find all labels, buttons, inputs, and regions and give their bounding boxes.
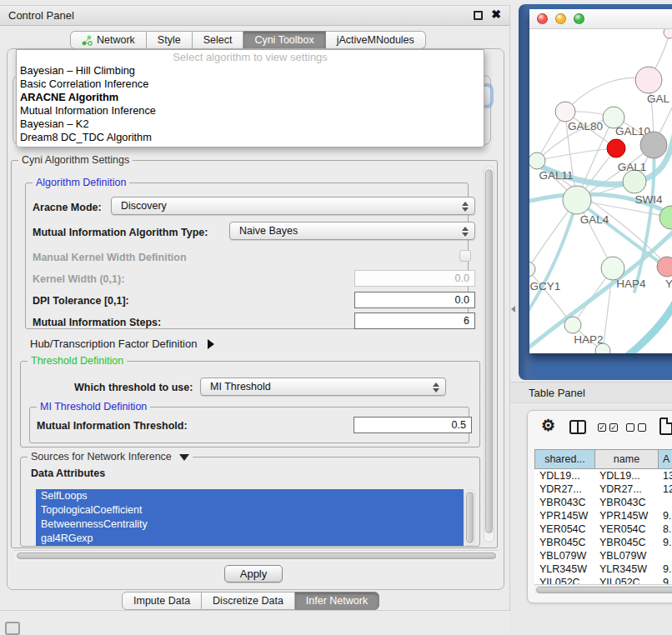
tab-impute-data[interactable]: Impute Data	[122, 592, 202, 610]
network-node[interactable]	[564, 317, 581, 333]
attribute-list-item[interactable]: TopologicalCoefficient	[36, 503, 464, 518]
tab-jactivemnodules[interactable]: jActiveMNodules	[326, 31, 426, 49]
network-edge-highlighted[interactable]	[628, 301, 672, 353]
algorithm-definition-group: Algorithm Definition Aracne Mode: Discov…	[25, 182, 469, 329]
tab-select[interactable]: Select	[193, 31, 244, 49]
scrollbar-thumb[interactable]	[536, 587, 672, 593]
mi-algorithm-type-combo[interactable]: Naive Bayes	[229, 222, 475, 240]
settings-hscrollbar[interactable]	[14, 550, 499, 561]
tab-label: Impute Data	[133, 595, 190, 607]
table-row[interactable]: YBR043CYBR043C	[534, 496, 672, 509]
table-row[interactable]: YBR045CYBR045C9.	[534, 536, 672, 549]
table-panel-title: Table Panel	[529, 387, 585, 399]
panel-title: Control Panel	[8, 9, 74, 22]
attribute-list-item[interactable]: gal4RGexp	[36, 532, 464, 546]
table-column-header[interactable]: A	[659, 450, 672, 469]
tab-discretize-data[interactable]: Discretize Data	[202, 592, 295, 610]
table-window: ⚙ ✓ ✓ shared...nameA YDL19...YDL19...13Y…	[527, 410, 672, 603]
minimize-traffic-light-icon[interactable]	[555, 13, 566, 24]
network-node[interactable]	[640, 132, 667, 158]
group-title: Threshold Definition	[28, 355, 127, 367]
dropdown-item[interactable]: ARACNE Algorithm	[17, 91, 484, 104]
unchecked-box-icon	[626, 423, 634, 432]
combo-arrows-icon	[462, 201, 469, 212]
network-node[interactable]	[623, 170, 646, 193]
dropdown-item[interactable]: Dream8 DC_TDC Algorithm	[17, 131, 484, 144]
network-edge-highlighted[interactable]	[529, 200, 577, 319]
network-node[interactable]	[563, 186, 591, 214]
table-row[interactable]: YIL052CYIL052C9.	[534, 576, 672, 584]
mutual-information-threshold-field[interactable]	[354, 417, 472, 433]
network-node[interactable]	[601, 257, 624, 280]
dropdown-item[interactable]: Mutual Information Inference	[17, 104, 484, 118]
attribute-list-item[interactable]: SelfLoops	[36, 489, 464, 503]
scrollbar-thumb[interactable]	[485, 169, 493, 533]
network-svg: GALGAL80GAL10GAL1GAL11SWI4GAL4GCY1HAP4YH…	[529, 29, 672, 353]
table-row[interactable]: YPR145WYPR145W9.	[534, 509, 672, 522]
table-row[interactable]: YBL079WYBL079W	[534, 549, 672, 562]
dropdown-item[interactable]: Basic Correlation Inference	[17, 78, 484, 91]
dropdown-item[interactable]: Bayesian – K2	[17, 118, 484, 131]
which-threshold-combo[interactable]: MI Threshold	[200, 378, 446, 396]
hub-transcription-expander[interactable]: Hub/Transcription Factor Definition	[30, 336, 214, 351]
network-node-label: Y	[665, 278, 672, 290]
network-node[interactable]	[664, 29, 672, 38]
table-row[interactable]: YER054CYER054C8.	[534, 522, 672, 536]
panel-splitter-handle[interactable]	[511, 306, 515, 312]
tab-infer-network[interactable]: Infer Network	[295, 592, 379, 610]
split-view-icon[interactable]	[569, 420, 586, 434]
table-row[interactable]: YDR27...YDR27...12	[534, 482, 672, 496]
network-canvas[interactable]: GALGAL80GAL10GAL1GAL11SWI4GAL4GCY1HAP4YH…	[529, 29, 672, 353]
table-row[interactable]: YDL19...YDL19...13	[534, 469, 672, 482]
gear-icon[interactable]: ⚙	[541, 416, 555, 435]
dropdown-item-list: Bayesian – Hill ClimbingBasic Correlatio…	[17, 64, 484, 144]
network-node[interactable]	[555, 102, 575, 122]
float-panel-icon[interactable]	[474, 11, 483, 20]
network-node[interactable]	[529, 262, 535, 277]
tab-style[interactable]: Style	[147, 31, 193, 49]
sources-expander[interactable]: Sources for Network Inference	[28, 451, 193, 462]
network-node-label: SWI4	[634, 193, 662, 206]
table-row[interactable]: YLR345WYLR345W9.	[534, 562, 672, 576]
kernel-width-label: Kernel Width (0,1):	[33, 273, 124, 285]
combo-value: Discovery	[121, 200, 167, 212]
tab-cyni-toolbox[interactable]: Cyni Toolbox	[243, 31, 325, 49]
close-traffic-light-icon[interactable]	[537, 13, 548, 24]
select-all-checkbox-icon[interactable]: ✓ ✓	[598, 423, 618, 432]
checked-box-icon: ✓	[598, 423, 606, 432]
network-node[interactable]	[529, 152, 545, 169]
hub-transcription-label: Hub/Transcription Factor Definition	[30, 338, 197, 350]
dropdown-item[interactable]: Bayesian – Hill Climbing	[17, 64, 484, 78]
scrollbar-thumb[interactable]	[17, 552, 496, 559]
network-node[interactable]	[607, 139, 625, 158]
network-node[interactable]	[635, 67, 662, 93]
kernel-width-field[interactable]	[354, 270, 475, 287]
manual-kernel-width-checkbox[interactable]	[459, 250, 471, 262]
restore-panel-icon[interactable]	[5, 622, 20, 635]
table-hscrollbar[interactable]	[534, 584, 672, 594]
table-cell: YDR27...	[534, 482, 594, 496]
table-column-header[interactable]: shared...	[535, 450, 595, 469]
network-node-label: GAL4	[580, 213, 609, 226]
attributes-scrollbar[interactable]	[464, 489, 475, 546]
threshold-definition-group: Threshold Definition Which threshold to …	[20, 361, 480, 448]
table-cell: YBL079W	[594, 549, 658, 562]
zoom-traffic-light-icon[interactable]	[574, 13, 584, 24]
deselect-all-checkbox-icon[interactable]	[626, 423, 646, 432]
network-node-label: GAL11	[539, 169, 573, 182]
aracne-mode-combo[interactable]: Discovery	[111, 197, 475, 215]
new-table-icon[interactable]	[659, 418, 672, 435]
table-cell: YIL052C	[534, 576, 594, 584]
settings-scrollbar[interactable]	[484, 166, 494, 542]
table-cell	[658, 549, 672, 562]
attribute-list-item[interactable]: BetweennessCentrality	[36, 518, 464, 532]
tab-network[interactable]: Network	[70, 31, 147, 49]
apply-button[interactable]: Apply	[224, 565, 283, 582]
scrollbar-thumb[interactable]	[466, 492, 474, 543]
dpi-tolerance-field[interactable]	[354, 292, 475, 308]
mi-steps-field[interactable]	[354, 312, 475, 329]
table-column-header[interactable]: name	[595, 450, 659, 469]
close-panel-icon[interactable]: ✖	[491, 8, 501, 21]
network-node[interactable]	[657, 257, 672, 277]
network-node-label: GAL	[647, 92, 670, 105]
